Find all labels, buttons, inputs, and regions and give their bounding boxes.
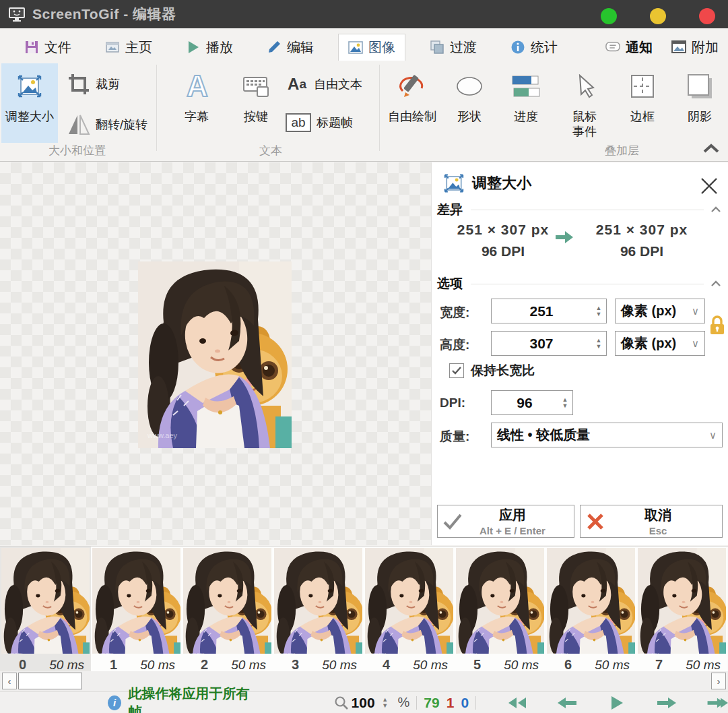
quality-value: 线性 • 较低质量: [497, 426, 706, 444]
frame-6[interactable]: 650 ms: [545, 547, 636, 671]
window-dot-yellow[interactable]: [650, 8, 666, 24]
keystrokes-button[interactable]: 按键: [228, 63, 284, 143]
aspect-lock-icon[interactable]: [709, 315, 725, 339]
flip-rotate-button[interactable]: 翻转/旋转: [67, 113, 147, 136]
free-drawing-label: 自由绘制: [388, 109, 436, 124]
resize-button[interactable]: 调整大小: [1, 63, 58, 143]
caption-label: 字幕: [185, 109, 209, 124]
ribbon-collapse-button[interactable]: [702, 144, 720, 156]
dpi-label: DPI:: [440, 396, 465, 410]
cancel-label: 取消: [610, 506, 706, 524]
frame-2[interactable]: 250 ms: [182, 547, 273, 671]
tab-edit[interactable]: 编辑: [257, 34, 323, 61]
difference-collapse-button[interactable]: [710, 204, 721, 216]
frame-4[interactable]: 450 ms: [364, 547, 455, 671]
tab-home[interactable]: 主页: [96, 34, 162, 61]
free-text-button[interactable]: Aa 自由文本: [286, 73, 362, 96]
frame-duration: 50 ms: [231, 658, 266, 673]
next-frame-button[interactable]: [655, 696, 678, 710]
window-title: ScreenToGif - 编辑器: [32, 5, 176, 24]
frame-index: 6: [564, 657, 572, 673]
section-options: 选项: [432, 276, 728, 292]
cancel-button[interactable]: 取消 Esc: [580, 505, 723, 538]
frame-index: 5: [473, 657, 481, 673]
scrollbar-thumb[interactable]: [18, 673, 82, 689]
crop-button[interactable]: 裁剪: [67, 73, 120, 96]
image-icon: [348, 40, 363, 55]
tab-transition-label: 过渡: [450, 38, 477, 57]
shapes-button[interactable]: 形状: [444, 63, 494, 143]
tab-file[interactable]: 文件: [15, 34, 81, 61]
height-input[interactable]: 307 ▲▼: [491, 331, 607, 356]
zoom-icon: [334, 695, 349, 710]
zoom-value[interactable]: 100: [352, 695, 375, 711]
tab-file-label: 文件: [44, 38, 71, 57]
free-drawing-button[interactable]: 自由绘制: [383, 63, 442, 143]
frame-duration: 50 ms: [595, 658, 630, 673]
previous-frame-button[interactable]: [556, 696, 578, 710]
tab-stats[interactable]: 统计: [501, 34, 567, 61]
resize-panel-icon: [441, 170, 467, 196]
tab-play-label: 播放: [206, 38, 233, 57]
tab-play[interactable]: 播放: [176, 34, 242, 61]
progress-button[interactable]: 进度: [498, 63, 554, 143]
frame-0[interactable]: 050 ms: [0, 547, 91, 671]
x-icon: [581, 513, 610, 530]
mouse-events-icon: [569, 69, 600, 104]
close-icon: [699, 176, 719, 196]
width-stepper[interactable]: ▲▼: [591, 305, 606, 317]
shadow-button[interactable]: 阴影: [673, 63, 726, 143]
frame-index: 1: [110, 657, 117, 673]
frame-7-thumbnail: [638, 548, 726, 654]
crop-label: 裁剪: [96, 76, 120, 92]
mouse-events-button[interactable]: 鼠标事件: [559, 63, 610, 143]
tab-image[interactable]: 图像: [338, 34, 405, 61]
apply-button[interactable]: 应用 Alt + E / Enter: [437, 505, 574, 538]
window-dot-green[interactable]: [601, 8, 617, 24]
home-icon: [105, 40, 120, 55]
frame-duration: 50 ms: [140, 658, 175, 673]
tab-notifications[interactable]: 通知: [596, 34, 662, 61]
height-stepper[interactable]: ▲▼: [591, 338, 606, 350]
keep-aspect-ratio-checkbox[interactable]: 保持长宽比: [449, 362, 535, 379]
frame-index: 0: [19, 657, 26, 673]
size-after-value: 251 × 307 px: [581, 222, 702, 238]
tab-attach-label: 附加: [692, 38, 719, 57]
pencil-icon: [267, 40, 282, 55]
panel-close-button[interactable]: [697, 175, 721, 197]
dpi-input[interactable]: 96 ▲▼: [491, 390, 573, 415]
width-unit-select[interactable]: 像素 (px) ∨: [615, 299, 705, 323]
frame-3-thumbnail: [274, 548, 362, 654]
border-label: 边框: [630, 109, 655, 124]
dpi-stepper[interactable]: ▲▼: [558, 397, 572, 409]
scroll-left-button[interactable]: ‹: [2, 673, 17, 689]
free-text-icon: Aa: [286, 73, 308, 96]
quality-select[interactable]: 线性 • 较低质量 ∨: [491, 423, 723, 447]
progress-label: 进度: [514, 109, 538, 124]
tab-transition[interactable]: 过渡: [420, 34, 486, 61]
height-unit-select[interactable]: 像素 (px) ∨: [615, 331, 705, 356]
zoom-stepper[interactable]: ▲▼: [378, 697, 393, 709]
caption-button[interactable]: 字幕: [168, 63, 225, 143]
stats-info-icon: [510, 40, 525, 55]
group-text-label: 文本: [259, 143, 282, 158]
chevron-up-icon: [710, 280, 721, 287]
tab-attach[interactable]: 附加: [662, 34, 728, 61]
border-button[interactable]: 边框: [617, 63, 668, 143]
scroll-right-button[interactable]: ›: [711, 673, 726, 689]
notifications-icon: [605, 40, 620, 55]
window-dot-red[interactable]: [699, 8, 715, 24]
frame-3[interactable]: 350 ms: [273, 547, 364, 671]
count-blue: 0: [461, 695, 469, 711]
width-input[interactable]: 251 ▲▼: [491, 299, 607, 323]
frame-7[interactable]: 750 ms: [636, 547, 727, 671]
frame-1-thumbnail: [92, 548, 180, 654]
frame-1[interactable]: 150 ms: [91, 547, 182, 671]
options-collapse-button[interactable]: [710, 278, 721, 290]
first-frame-button[interactable]: [506, 696, 529, 710]
frame-5[interactable]: 550 ms: [455, 547, 545, 671]
title-frame-button[interactable]: ab 标题帧: [286, 113, 353, 132]
difference-label: 差异: [437, 201, 463, 218]
last-frame-button[interactable]: [705, 696, 728, 710]
play-button[interactable]: [605, 696, 628, 710]
